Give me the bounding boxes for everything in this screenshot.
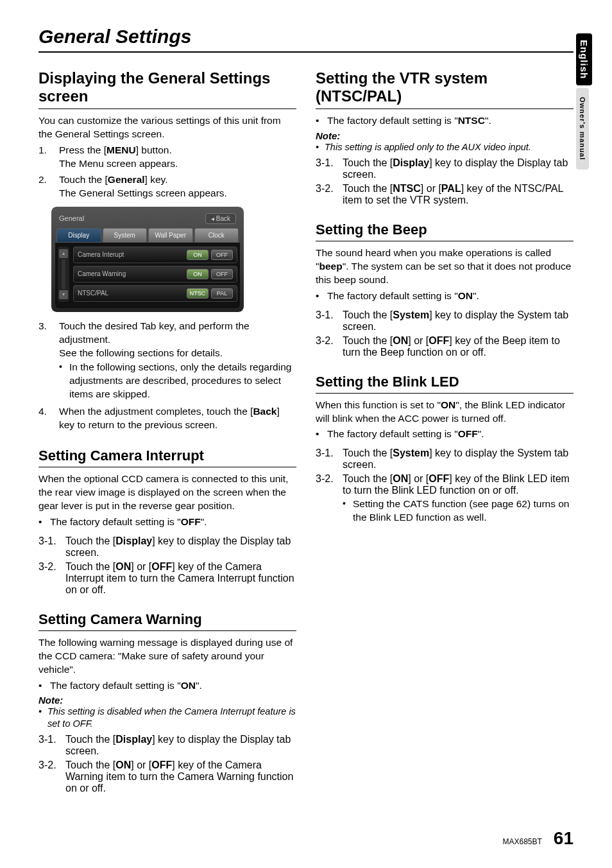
t: Touch the [ bbox=[65, 535, 115, 546]
ss-tab-wallpaper: Wall Paper bbox=[148, 228, 193, 243]
heading-camera-warning: Setting Camera Warning bbox=[38, 611, 296, 628]
t: The factory default setting is " bbox=[327, 428, 458, 439]
step-num: 3-1. bbox=[316, 309, 343, 333]
step-num: 3-1. bbox=[38, 734, 65, 757]
off-key: OFF bbox=[151, 759, 172, 770]
tab-english: English bbox=[576, 33, 592, 85]
on-key: ON bbox=[458, 290, 473, 301]
beep-key: beep bbox=[319, 261, 343, 272]
step-text: Touch the [NTSC] or [PAL] key of the NTS… bbox=[343, 183, 574, 206]
step-num: 3-1. bbox=[38, 535, 65, 559]
menu-key: MENU bbox=[106, 144, 136, 155]
body-text: The sound heard when you make operations… bbox=[316, 247, 574, 287]
ss-label: Camera Interupt bbox=[78, 251, 184, 258]
intro-text: You can customize the various settings o… bbox=[38, 114, 296, 141]
note-item: This setting is disabled when the Camera… bbox=[38, 706, 296, 730]
bullet: The factory default setting is "OFF". bbox=[38, 516, 296, 529]
rule bbox=[316, 393, 574, 394]
page-footer: MAX685BT 61 bbox=[502, 828, 574, 849]
display-key: Display bbox=[115, 535, 152, 546]
heading-blink-led: Setting the Blink LED bbox=[316, 374, 574, 390]
ss-title: General bbox=[59, 214, 84, 222]
step-3-1: 3-1. Touch the [Display] key to display … bbox=[316, 157, 574, 180]
t: Touch the [ bbox=[65, 759, 115, 770]
off-key: OFF bbox=[429, 473, 449, 484]
t: The Menu screen appears. bbox=[59, 158, 178, 169]
step-text: Touch the [Display] key to display the D… bbox=[343, 157, 574, 180]
t: ] button. bbox=[136, 144, 172, 155]
t: Touch the [ bbox=[343, 447, 393, 458]
t: The factory default setting is " bbox=[327, 290, 458, 301]
body-text: The following warning message is display… bbox=[38, 636, 296, 677]
step-num: 3-2. bbox=[38, 759, 65, 794]
system-key: System bbox=[393, 447, 429, 458]
t: ] or [ bbox=[421, 183, 441, 194]
rule bbox=[38, 630, 296, 631]
body-text: When the optional CCD camera is connecte… bbox=[38, 473, 296, 513]
step-3-2: 3-2. Touch the [ON] or [OFF] key of the … bbox=[316, 335, 574, 358]
step-num: 3-2. bbox=[38, 561, 65, 596]
t: Touch the [ bbox=[65, 734, 115, 745]
ss-ntsc-button: NTSC bbox=[187, 288, 208, 299]
t: ] or [ bbox=[408, 335, 429, 346]
step-4: 4. When the adjustment completes, touch … bbox=[38, 405, 296, 432]
ntsc-key: NTSC bbox=[393, 183, 421, 194]
off-key: OFF bbox=[151, 561, 172, 572]
ss-off-button: OFF bbox=[211, 269, 233, 279]
step-num: 3-2. bbox=[316, 473, 343, 526]
on-key: ON bbox=[115, 561, 131, 572]
ss-pal-button: PAL bbox=[211, 288, 233, 299]
heading-vtr: Setting the VTR system (NTSC/PAL) bbox=[316, 69, 574, 105]
step-text: Touch the [Display] key to display the D… bbox=[65, 734, 296, 757]
t: Touch the [ bbox=[65, 561, 115, 572]
off-key: OFF bbox=[429, 335, 449, 346]
note-heading: Note: bbox=[316, 130, 574, 141]
step-num: 3-2. bbox=[316, 335, 343, 358]
steps-list-cont: 3. Touch the desired Tab key, and perfor… bbox=[38, 320, 296, 432]
t: Touch the [ bbox=[343, 183, 393, 194]
bullets: The factory default setting is "ON". bbox=[316, 290, 574, 303]
t: ] or [ bbox=[131, 759, 151, 770]
display-key: Display bbox=[393, 157, 429, 168]
step-3-2: 3-2. Touch the [ON] or [OFF] key of the … bbox=[38, 561, 296, 596]
t: ". bbox=[201, 516, 207, 527]
heading-camera-interrupt: Setting Camera Interrupt bbox=[38, 447, 296, 464]
t: In the following sections, only the deta… bbox=[69, 361, 296, 401]
pal-key: PAL bbox=[441, 183, 461, 194]
display-key: Display bbox=[115, 734, 152, 745]
t: ] or [ bbox=[131, 561, 151, 572]
step-num: 3-1. bbox=[316, 157, 343, 180]
ss-off-button: OFF bbox=[211, 250, 233, 260]
t: Touch the desired Tab key, and perform t… bbox=[59, 320, 250, 345]
bullet: The factory default setting is "OFF". bbox=[316, 428, 574, 441]
step-text: Touch the [System] key to display the Sy… bbox=[343, 447, 574, 471]
step-num: 2. bbox=[38, 173, 59, 200]
ss-row-camera-interrupt: Camera Interupt ON OFF bbox=[73, 247, 237, 263]
sub-bullet: In the following sections, only the deta… bbox=[59, 361, 296, 401]
bullet: The factory default setting is "ON". bbox=[38, 679, 296, 693]
step-3-2: 3-2. Touch the [ON] or [OFF] key of the … bbox=[316, 473, 574, 526]
on-key: ON bbox=[115, 759, 131, 770]
ss-scrollbar: ▴ ▾ bbox=[58, 247, 69, 302]
rule bbox=[316, 108, 574, 109]
ss-tab-display: Display bbox=[56, 228, 101, 243]
heading-displaying-general: Displaying the General Settings screen bbox=[38, 69, 296, 105]
step-text: Press the [MENU] button. The Menu screen… bbox=[59, 144, 296, 171]
ss-label: NTSC/PAL bbox=[78, 290, 184, 297]
page-title: General Settings bbox=[38, 26, 574, 53]
rule bbox=[38, 108, 296, 109]
model-label: MAX685BT bbox=[502, 837, 541, 846]
t: Touch the [ bbox=[343, 473, 393, 484]
sub-bullet: Setting the CATS function (see page 62) … bbox=[343, 498, 574, 525]
step-text: When the adjustment completes, touch the… bbox=[59, 405, 296, 432]
back-key: Back bbox=[253, 406, 276, 417]
ntsc-key: NTSC bbox=[458, 115, 485, 126]
sub-bullets: Setting the CATS function (see page 62) … bbox=[343, 498, 574, 525]
t: ". bbox=[473, 290, 479, 301]
ss-tab-clock: Clock bbox=[194, 228, 239, 243]
scroll-up-icon: ▴ bbox=[59, 249, 68, 258]
rule bbox=[38, 467, 296, 467]
note-heading: Note: bbox=[38, 695, 296, 706]
t: ". The system can be set so that it does… bbox=[316, 261, 571, 285]
step-3-1: 3-1. Touch the [Display] key to display … bbox=[38, 734, 296, 757]
